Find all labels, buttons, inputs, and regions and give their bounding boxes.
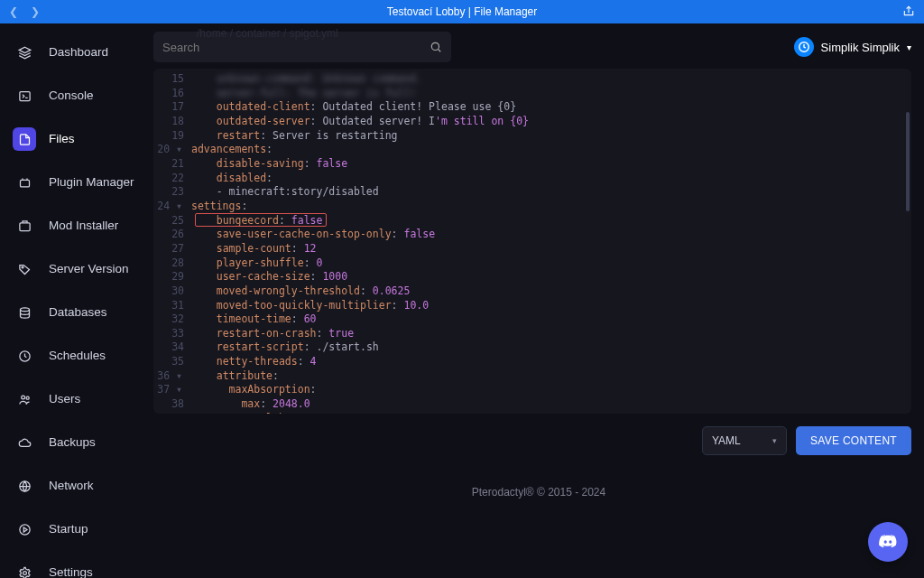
sidebar-item-databases[interactable]: Databases — [0, 291, 153, 334]
sidebar: DashboardConsoleFilesPlugin ManagerMod I… — [0, 23, 153, 578]
sidebar-item-label: Settings — [49, 565, 141, 578]
tag-icon — [13, 257, 36, 281]
network-icon — [13, 474, 36, 498]
window-title: Testovací Lobby | File Manager — [387, 5, 538, 18]
svg-point-7 — [26, 396, 29, 399]
sidebar-item-console[interactable]: Console — [0, 74, 153, 117]
startup-icon — [13, 517, 36, 541]
db-icon — [13, 301, 36, 324]
sidebar-item-label: Databases — [49, 305, 141, 321]
plugin-icon — [13, 171, 36, 194]
search-box[interactable] — [153, 32, 451, 62]
sidebar-item-label: Console — [49, 89, 141, 104]
sidebar-item-label: Plugin Manager — [49, 175, 141, 191]
svg-point-9 — [19, 524, 29, 534]
svg-point-4 — [20, 307, 29, 311]
discord-button[interactable] — [868, 522, 908, 562]
sidebar-item-label: Dashboard — [49, 45, 141, 61]
language-select[interactable]: YAML ▾ — [702, 426, 787, 455]
sidebar-item-backups[interactable]: Backups — [0, 421, 153, 464]
save-button[interactable]: SAVE CONTENT — [796, 426, 911, 455]
cloud-icon — [13, 431, 36, 454]
svg-point-12 — [431, 42, 439, 50]
sidebar-item-plugin-manager[interactable]: Plugin Manager — [0, 161, 153, 204]
sidebar-item-server-version[interactable]: Server Version — [0, 247, 153, 291]
share-icon[interactable] — [902, 5, 915, 20]
sidebar-item-users[interactable]: Users — [0, 378, 153, 421]
sidebar-item-dashboard[interactable]: Dashboard — [0, 31, 153, 74]
settings-icon — [13, 561, 36, 578]
user-menu[interactable]: Simplik Simplik ▾ — [794, 37, 911, 57]
sidebar-item-files[interactable]: Files — [0, 117, 153, 161]
language-label: YAML — [712, 434, 741, 447]
chevron-down-icon: ▾ — [772, 436, 777, 445]
search-icon — [430, 41, 442, 53]
user-name: Simplik Simplik — [821, 41, 900, 54]
sidebar-item-label: Startup — [49, 522, 141, 537]
code-editor[interactable]: 151617181920 ▾21222324 ▾2526272829303132… — [153, 69, 911, 414]
sidebar-item-schedules[interactable]: Schedules — [0, 334, 153, 378]
discord-icon — [878, 532, 898, 552]
sidebar-item-label: Server Version — [49, 262, 141, 277]
avatar — [794, 37, 814, 57]
sidebar-item-label: Backups — [49, 435, 141, 451]
scrollbar[interactable] — [906, 112, 910, 211]
svg-point-3 — [22, 266, 23, 268]
sidebar-item-label: Files — [49, 132, 141, 147]
copyright: Pterodactyl® © 2015 - 2024 — [153, 486, 924, 499]
titlebar: ❮ ❯ Testovací Lobby | File Manager — [0, 0, 924, 23]
sidebar-item-label: Network — [49, 479, 141, 494]
sidebar-item-startup[interactable]: Startup — [0, 508, 153, 551]
users-icon — [13, 387, 36, 411]
sidebar-item-mod-installer[interactable]: Mod Installer — [0, 204, 153, 247]
file-icon — [13, 127, 36, 151]
nav-back[interactable]: ❮ — [9, 5, 18, 18]
svg-point-10 — [23, 571, 26, 574]
chevron-down-icon: ▾ — [907, 42, 911, 52]
sidebar-item-network[interactable]: Network — [0, 464, 153, 508]
search-input[interactable] — [162, 41, 430, 54]
sidebar-item-label: Mod Installer — [49, 219, 141, 234]
svg-rect-2 — [19, 222, 29, 230]
nav-forward[interactable]: ❯ — [31, 5, 40, 18]
terminal-icon — [13, 84, 36, 107]
mod-icon — [13, 214, 36, 238]
layers-icon — [13, 41, 36, 64]
clock-icon — [13, 344, 36, 368]
sidebar-item-settings[interactable]: Settings — [0, 551, 153, 578]
svg-point-6 — [21, 396, 24, 399]
sidebar-item-label: Users — [49, 392, 141, 407]
sidebar-item-label: Schedules — [49, 349, 141, 364]
svg-rect-1 — [20, 180, 29, 187]
